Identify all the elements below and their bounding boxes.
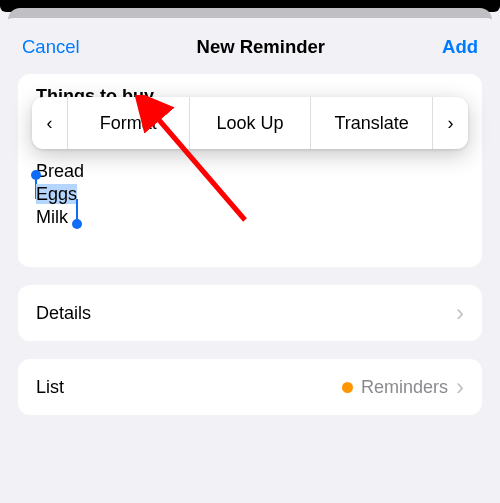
new-reminder-sheet: Cancel New Reminder Add Things to buy Br…	[0, 18, 500, 503]
details-row[interactable]: Details ›	[18, 285, 482, 341]
selected-text[interactable]: Eggs	[36, 184, 77, 204]
reminder-content-card: Things to buy Bread Eggs Milk ‹ Format L…	[18, 74, 482, 267]
text-context-menu: ‹ Format Look Up Translate ›	[32, 97, 468, 149]
reminder-notes-field[interactable]: Bread Eggs Milk	[36, 160, 84, 229]
page-title: New Reminder	[197, 36, 326, 58]
context-menu-translate[interactable]: Translate	[311, 97, 432, 149]
list-value-group: Reminders ›	[342, 375, 464, 399]
list-value: Reminders	[361, 377, 448, 398]
list-label: List	[36, 377, 64, 398]
context-menu-prev-icon[interactable]: ‹	[32, 97, 68, 149]
add-button[interactable]: Add	[442, 36, 478, 58]
notes-line-1: Bread	[36, 161, 84, 181]
chevron-right-icon: ›	[456, 375, 464, 399]
context-menu-format[interactable]: Format	[68, 97, 190, 149]
cancel-button[interactable]: Cancel	[22, 36, 80, 58]
context-menu-next-icon[interactable]: ›	[432, 97, 468, 149]
chevron-right-icon: ›	[456, 301, 464, 325]
list-row[interactable]: List Reminders ›	[18, 359, 482, 415]
context-menu-lookup[interactable]: Look Up	[190, 97, 312, 149]
details-label: Details	[36, 303, 91, 324]
list-color-dot-icon	[342, 382, 353, 393]
navbar: Cancel New Reminder Add	[0, 36, 500, 74]
